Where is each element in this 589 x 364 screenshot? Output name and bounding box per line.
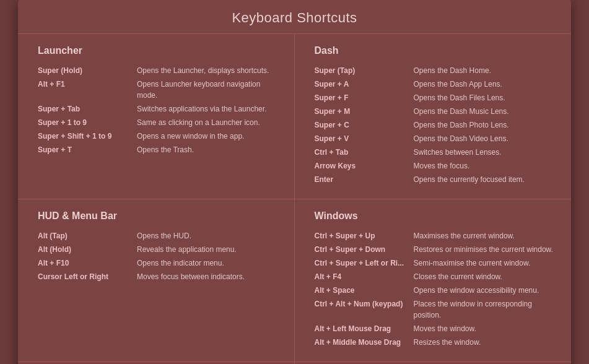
- shortcut-key: Alt + Middle Mouse Drag: [315, 337, 414, 348]
- section-title-launcher: Launcher: [38, 45, 277, 56]
- shortcut-row: Ctrl + TabSwitches between Lenses.: [315, 147, 554, 158]
- shortcut-key: Super + 1 to 9: [38, 117, 137, 128]
- shortcut-key: Alt + Left Mouse Drag: [315, 323, 414, 334]
- shortcut-row: Super + AOpens the Dash App Lens.: [315, 79, 554, 90]
- shortcut-row: Alt + F10Opens the indicator menu.: [38, 258, 277, 269]
- shortcut-key: Alt (Tap): [38, 230, 137, 241]
- shortcut-row: Alt (Tap)Opens the HUD.: [38, 230, 277, 241]
- shortcut-description: Moves focus between indicators.: [137, 271, 245, 282]
- shortcut-key: Ctrl + Tab: [315, 147, 414, 158]
- shortcut-key: Alt + F10: [38, 258, 137, 269]
- shortcut-row: Super + COpens the Dash Photo Lens.: [315, 119, 554, 131]
- shortcut-row: Super + TOpens the Trash.: [38, 144, 277, 155]
- shortcut-key: Super (Tap): [315, 65, 414, 76]
- modal-title: Keyboard Shortcuts: [18, 10, 571, 26]
- shortcut-key: Arrow Keys: [315, 160, 414, 171]
- shortcut-row: Alt + Middle Mouse DragResizes the windo…: [315, 337, 554, 348]
- shortcut-description: Places the window in corresponding posit…: [414, 298, 554, 321]
- shortcut-row: Super (Tap)Opens the Dash Home.: [315, 65, 554, 76]
- shortcut-key: Super + V: [315, 133, 414, 144]
- shortcut-description: Restores or minimises the current window…: [414, 244, 553, 255]
- modal-body: LauncherSuper (Hold)Opens the Launcher, …: [18, 34, 571, 364]
- shortcut-description: Opens the Dash Files Lens.: [414, 92, 505, 103]
- shortcut-key: Super (Hold): [38, 65, 137, 76]
- shortcut-description: Opens the Dash Photo Lens.: [414, 119, 509, 131]
- shortcut-row: Ctrl + Alt + Num (keypad)Places the wind…: [315, 298, 554, 321]
- shortcut-key: Ctrl + Alt + Num (keypad): [315, 298, 414, 321]
- shortcut-row: Super + FOpens the Dash Files Lens.: [315, 92, 554, 103]
- shortcut-key: Enter: [315, 174, 414, 185]
- shortcut-description: Moves the focus.: [414, 160, 470, 171]
- shortcut-key: Super + Tab: [38, 103, 137, 115]
- shortcut-description: Opens Launcher keyboard navigation mode.: [137, 79, 277, 101]
- keyboard-shortcuts-modal: Keyboard Shortcuts LauncherSuper (Hold)O…: [18, 0, 571, 364]
- shortcut-key: Ctrl + Super + Up: [315, 230, 414, 241]
- shortcut-description: Opens the Dash App Lens.: [414, 79, 502, 90]
- shortcut-description: Same as clicking on a Launcher icon.: [137, 117, 260, 128]
- shortcut-description: Opens the window accessibility menu.: [414, 285, 539, 296]
- shortcut-key: Super + Shift + 1 to 9: [38, 131, 137, 142]
- shortcut-description: Semi-maximise the current window.: [414, 258, 531, 269]
- section-title-hud-menu-bar: HUD & Menu Bar: [38, 210, 277, 222]
- shortcut-description: Resizes the window.: [414, 337, 481, 348]
- section-dash: DashSuper (Tap)Opens the Dash Home.Super…: [295, 34, 572, 199]
- shortcut-description: Moves the window.: [414, 323, 476, 334]
- modal-header: Keyboard Shortcuts: [18, 0, 571, 34]
- shortcut-description: Opens the Dash Music Lens.: [414, 106, 509, 117]
- shortcut-description: Opens a new window in the app.: [137, 131, 244, 142]
- shortcut-description: Opens the HUD.: [137, 230, 191, 241]
- shortcut-key: Alt + Space: [315, 285, 414, 296]
- shortcut-row: Alt (Hold)Reveals the application menu.: [38, 244, 277, 255]
- shortcut-description: Switches applications via the Launcher.: [137, 103, 266, 115]
- shortcut-row: Arrow KeysMoves the focus.: [315, 160, 554, 171]
- shortcut-row: Alt + F1Opens Launcher keyboard navigati…: [38, 79, 277, 101]
- section-windows: WindowsCtrl + Super + UpMaximises the cu…: [295, 199, 572, 362]
- shortcut-key: Alt + F4: [315, 271, 414, 282]
- section-title-dash: Dash: [315, 45, 554, 56]
- shortcut-row: Super + MOpens the Dash Music Lens.: [315, 106, 554, 117]
- shortcut-key: Alt + F1: [38, 79, 137, 101]
- section-launcher: LauncherSuper (Hold)Opens the Launcher, …: [18, 34, 295, 199]
- shortcut-description: Opens the currently focused item.: [414, 174, 525, 185]
- shortcut-key: Alt (Hold): [38, 244, 137, 255]
- shortcut-description: Opens the Dash Home.: [414, 65, 491, 76]
- shortcut-description: Closes the current window.: [414, 271, 502, 282]
- shortcut-row: Super + TabSwitches applications via the…: [38, 103, 277, 115]
- shortcut-key: Super + C: [315, 119, 414, 131]
- shortcut-description: Opens the Dash Video Lens.: [414, 133, 508, 144]
- shortcut-key: Ctrl + Super + Left or Ri...: [315, 258, 414, 269]
- shortcut-row: Ctrl + Super + UpMaximises the current w…: [315, 230, 554, 241]
- shortcut-row: Super + Shift + 1 to 9Opens a new window…: [38, 131, 277, 142]
- shortcut-row: Alt + SpaceOpens the window accessibilit…: [315, 285, 554, 296]
- shortcut-row: Super + VOpens the Dash Video Lens.: [315, 133, 554, 144]
- shortcut-row: EnterOpens the currently focused item.: [315, 174, 554, 185]
- section-hud-menu-bar: HUD & Menu BarAlt (Tap)Opens the HUD.Alt…: [18, 199, 295, 362]
- shortcut-key: Cursor Left or Right: [38, 271, 137, 282]
- shortcut-row: Alt + Left Mouse DragMoves the window.: [315, 323, 554, 334]
- shortcut-row: Cursor Left or RightMoves focus between …: [38, 271, 277, 282]
- shortcut-key: Super + F: [315, 92, 414, 103]
- shortcut-description: Opens the Trash.: [137, 144, 194, 155]
- section-title-windows: Windows: [315, 210, 554, 222]
- shortcut-description: Switches between Lenses.: [414, 147, 502, 158]
- shortcut-row: Super + 1 to 9Same as clicking on a Laun…: [38, 117, 277, 128]
- shortcut-key: Super + A: [315, 79, 414, 90]
- shortcut-row: Ctrl + Super + Left or Ri...Semi-maximis…: [315, 258, 554, 269]
- shortcut-row: Alt + F4Closes the current window.: [315, 271, 554, 282]
- shortcut-key: Super + T: [38, 144, 137, 155]
- shortcut-description: Reveals the application menu.: [137, 244, 237, 255]
- shortcut-row: Ctrl + Super + DownRestores or minimises…: [315, 244, 554, 255]
- shortcut-key: Ctrl + Super + Down: [315, 244, 414, 255]
- shortcut-description: Opens the Launcher, displays shortcuts.: [137, 65, 269, 76]
- shortcut-row: Super (Hold)Opens the Launcher, displays…: [38, 65, 277, 76]
- shortcut-key: Super + M: [315, 106, 414, 117]
- shortcut-description: Maximises the current window.: [414, 230, 515, 241]
- shortcut-description: Opens the indicator menu.: [137, 258, 224, 269]
